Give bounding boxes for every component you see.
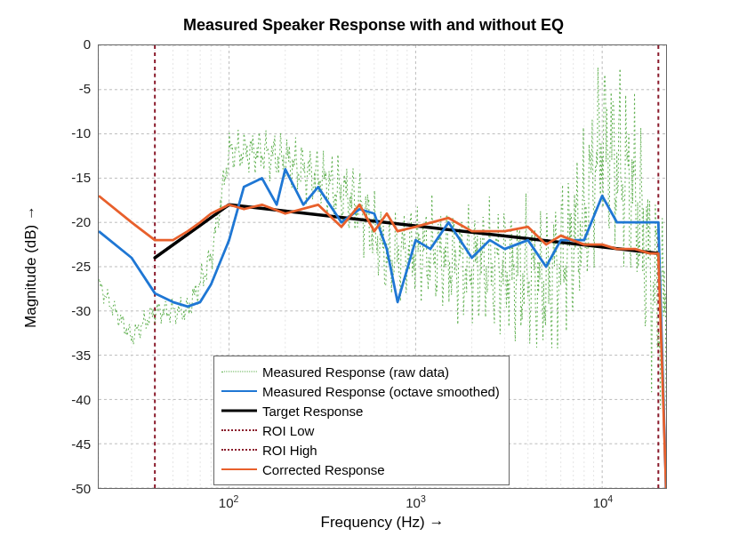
xtick-label: 102 — [206, 493, 251, 510]
chart-container: Measured Speaker Response with and witho… — [0, 0, 747, 560]
y-axis-label: Magnitude (dB) → — [22, 205, 40, 328]
ytick-label: 0 — [46, 36, 91, 52]
legend-item: Measured Response (octave smoothed) — [221, 381, 500, 401]
chart-title: Measured Speaker Response with and witho… — [0, 16, 747, 35]
ytick-label: -10 — [46, 125, 91, 140]
xtick-label: 104 — [581, 493, 625, 510]
legend-label: Measured Response (octave smoothed) — [262, 384, 500, 399]
legend-label: ROI Low — [262, 423, 314, 438]
y-axis-label-container: Magnitude (dB) → — [18, 44, 44, 489]
ytick-label: -30 — [46, 303, 91, 318]
legend-swatch — [221, 442, 257, 458]
legend-item: Measured Response (raw data) — [221, 362, 500, 381]
legend-label: Measured Response (raw data) — [262, 364, 449, 380]
legend-label: Corrected Response — [262, 462, 385, 477]
legend-swatch — [221, 461, 257, 477]
ytick-label: -45 — [46, 436, 91, 452]
legend-label: Target Response — [262, 404, 363, 419]
ytick-label: -15 — [46, 170, 91, 185]
ytick-label: -40 — [46, 392, 91, 407]
legend-item: ROI High — [221, 440, 500, 460]
ytick-label: -50 — [46, 481, 91, 496]
legend-swatch — [221, 403, 257, 419]
legend-item: Corrected Response — [221, 460, 500, 479]
ytick-label: -35 — [46, 348, 91, 363]
legend-label: ROI High — [262, 443, 317, 458]
x-axis-label: Frequency (Hz) → — [98, 514, 667, 532]
legend-swatch — [221, 422, 257, 438]
xtick-label: 103 — [394, 493, 438, 510]
ytick-label: -20 — [46, 214, 91, 229]
legend-swatch — [221, 364, 257, 380]
ytick-label: -5 — [46, 81, 91, 96]
legend-swatch — [221, 383, 257, 399]
legend-item: Target Response — [221, 401, 500, 420]
legend: Measured Response (raw data)Measured Res… — [213, 356, 510, 485]
legend-item: ROI Low — [221, 420, 500, 440]
ytick-label: -25 — [46, 259, 91, 274]
